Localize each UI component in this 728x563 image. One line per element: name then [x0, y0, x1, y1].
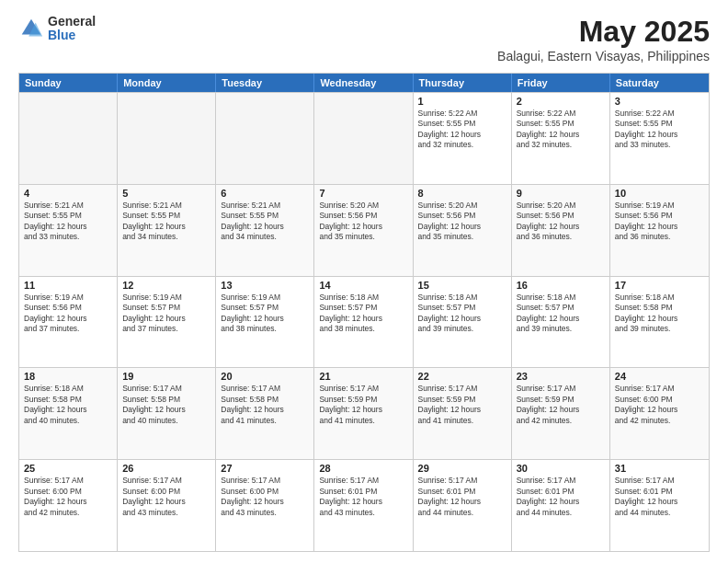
cell-text: Sunrise: 5:21 AM: [221, 201, 309, 211]
calendar-cell-30: 30Sunrise: 5:17 AMSunset: 6:01 PMDayligh…: [512, 460, 610, 551]
header-day-monday: Monday: [118, 74, 216, 92]
cell-text: Daylight: 12 hours: [418, 130, 506, 140]
calendar-cell-17: 17Sunrise: 5:18 AMSunset: 5:58 PMDayligh…: [610, 277, 709, 368]
day-number: 13: [221, 280, 309, 291]
day-number: 9: [517, 188, 605, 199]
cell-text: Sunset: 5:56 PM: [517, 211, 605, 221]
header: General Blue May 2025 Balagui, Eastern V…: [18, 15, 710, 63]
day-number: 14: [319, 280, 407, 291]
calendar-cell-empty: [118, 93, 216, 184]
calendar-cell-4: 4Sunrise: 5:21 AMSunset: 5:55 PMDaylight…: [19, 185, 118, 276]
cell-text: Daylight: 12 hours: [319, 405, 407, 415]
cell-text: Sunset: 5:57 PM: [221, 303, 309, 313]
cell-text: Sunset: 5:55 PM: [615, 119, 704, 129]
logo-general: General: [48, 15, 96, 29]
cell-text: Sunset: 5:56 PM: [615, 211, 704, 221]
cell-text: Sunset: 5:59 PM: [418, 395, 506, 405]
cell-text: Daylight: 12 hours: [319, 222, 407, 232]
cell-text: Daylight: 12 hours: [319, 497, 407, 507]
main-title: May 2025: [497, 15, 710, 49]
calendar-header: SundayMondayTuesdayWednesdayThursdayFrid…: [19, 74, 709, 92]
cell-text: Daylight: 12 hours: [122, 222, 210, 232]
cell-text: Daylight: 12 hours: [517, 314, 605, 324]
day-number: 24: [615, 371, 704, 382]
day-number: 17: [615, 280, 704, 291]
cell-text: Sunrise: 5:17 AM: [615, 476, 704, 486]
cell-text: and 39 minutes.: [517, 324, 605, 334]
day-number: 19: [122, 371, 210, 382]
cell-text: and 43 minutes.: [122, 508, 210, 518]
cell-text: and 36 minutes.: [517, 232, 605, 242]
logo: General Blue: [18, 15, 96, 43]
cell-text: Daylight: 12 hours: [24, 314, 112, 324]
cell-text: and 43 minutes.: [319, 508, 407, 518]
day-number: 8: [418, 188, 506, 199]
calendar-cell-25: 25Sunrise: 5:17 AMSunset: 6:00 PMDayligh…: [19, 460, 118, 551]
cell-text: and 44 minutes.: [615, 508, 704, 518]
cell-text: Sunset: 5:57 PM: [517, 303, 605, 313]
cell-text: Sunrise: 5:18 AM: [418, 293, 506, 303]
day-number: 29: [418, 463, 506, 474]
day-number: 4: [24, 188, 112, 199]
calendar-cell-26: 26Sunrise: 5:17 AMSunset: 6:00 PMDayligh…: [118, 460, 216, 551]
day-number: 31: [615, 463, 704, 474]
cell-text: Sunrise: 5:18 AM: [615, 293, 704, 303]
calendar-cell-19: 19Sunrise: 5:17 AMSunset: 5:58 PMDayligh…: [118, 368, 216, 459]
cell-text: Daylight: 12 hours: [517, 497, 605, 507]
cell-text: Daylight: 12 hours: [221, 222, 309, 232]
calendar-cell-empty: [314, 93, 413, 184]
header-day-saturday: Saturday: [610, 74, 709, 92]
logo-blue: Blue: [48, 29, 96, 42]
header-day-friday: Friday: [512, 74, 610, 92]
day-number: 26: [122, 463, 210, 474]
calendar-cell-3: 3Sunrise: 5:22 AMSunset: 5:55 PMDaylight…: [610, 93, 709, 184]
cell-text: Sunrise: 5:17 AM: [319, 384, 407, 394]
cell-text: and 42 minutes.: [24, 508, 112, 518]
cell-text: Daylight: 12 hours: [615, 130, 704, 140]
cell-text: Sunrise: 5:19 AM: [122, 293, 210, 303]
calendar-cell-24: 24Sunrise: 5:17 AMSunset: 6:00 PMDayligh…: [610, 368, 709, 459]
cell-text: Daylight: 12 hours: [122, 314, 210, 324]
cell-text: and 43 minutes.: [221, 508, 309, 518]
cell-text: Daylight: 12 hours: [615, 497, 704, 507]
cell-text: Sunrise: 5:20 AM: [418, 201, 506, 211]
cell-text: Daylight: 12 hours: [221, 314, 309, 324]
cell-text: Daylight: 12 hours: [221, 497, 309, 507]
cell-text: and 37 minutes.: [122, 324, 210, 334]
cell-text: Sunset: 5:57 PM: [418, 303, 506, 313]
calendar-body: 1Sunrise: 5:22 AMSunset: 5:55 PMDaylight…: [19, 92, 709, 551]
cell-text: Sunrise: 5:21 AM: [24, 201, 112, 211]
cell-text: and 34 minutes.: [221, 232, 309, 242]
cell-text: and 44 minutes.: [418, 508, 506, 518]
cell-text: Daylight: 12 hours: [517, 405, 605, 415]
calendar-cell-20: 20Sunrise: 5:17 AMSunset: 5:58 PMDayligh…: [216, 368, 314, 459]
cell-text: Sunset: 5:56 PM: [319, 211, 407, 221]
cell-text: and 34 minutes.: [122, 232, 210, 242]
cell-text: Daylight: 12 hours: [319, 314, 407, 324]
calendar-cell-28: 28Sunrise: 5:17 AMSunset: 6:01 PMDayligh…: [314, 460, 413, 551]
calendar-row-3: 18Sunrise: 5:18 AMSunset: 5:58 PMDayligh…: [19, 367, 709, 459]
cell-text: Sunrise: 5:19 AM: [615, 201, 704, 211]
calendar-row-2: 11Sunrise: 5:19 AMSunset: 5:56 PMDayligh…: [19, 276, 709, 368]
cell-text: Sunrise: 5:22 AM: [615, 109, 704, 119]
cell-text: and 33 minutes.: [24, 232, 112, 242]
cell-text: Sunrise: 5:19 AM: [24, 293, 112, 303]
day-number: 16: [517, 280, 605, 291]
day-number: 7: [319, 188, 407, 199]
cell-text: Sunset: 5:56 PM: [24, 303, 112, 313]
cell-text: Sunset: 5:58 PM: [24, 395, 112, 405]
cell-text: Sunset: 5:57 PM: [319, 303, 407, 313]
cell-text: Sunrise: 5:18 AM: [517, 293, 605, 303]
calendar-cell-31: 31Sunrise: 5:17 AMSunset: 6:01 PMDayligh…: [610, 460, 709, 551]
cell-text: Daylight: 12 hours: [24, 497, 112, 507]
cell-text: Sunset: 5:55 PM: [517, 119, 605, 129]
cell-text: and 36 minutes.: [615, 232, 704, 242]
cell-text: Sunrise: 5:17 AM: [418, 476, 506, 486]
cell-text: Sunrise: 5:19 AM: [221, 293, 309, 303]
day-number: 1: [418, 96, 506, 107]
calendar-cell-11: 11Sunrise: 5:19 AMSunset: 5:56 PMDayligh…: [19, 277, 118, 368]
cell-text: Daylight: 12 hours: [517, 130, 605, 140]
cell-text: Daylight: 12 hours: [24, 405, 112, 415]
cell-text: and 40 minutes.: [24, 416, 112, 426]
calendar-cell-14: 14Sunrise: 5:18 AMSunset: 5:57 PMDayligh…: [314, 277, 413, 368]
